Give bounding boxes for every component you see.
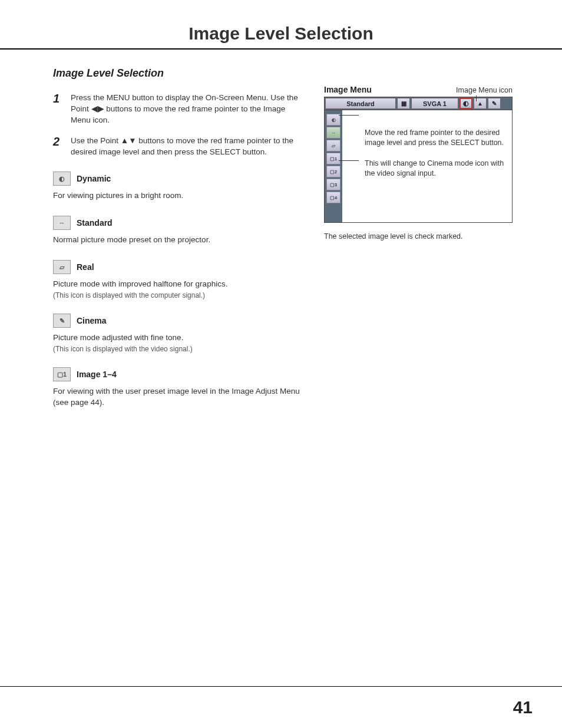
leader-line [339, 115, 359, 116]
standard-icon: ↔ [53, 216, 71, 230]
menu-screenshot: Standard ▦ SVGA 1 ◐ ▲ ✎ ◐ ↔ ▱ ▢1 ▢2 ▢3 ▢… [324, 97, 513, 223]
side-icon-image1: ▢1 [326, 153, 340, 164]
mode-title: Standard [77, 218, 113, 228]
menu-icon: ✎ [488, 98, 501, 109]
mode-standard: ↔ Standard Normal picture mode preset on… [53, 216, 300, 246]
mode-desc: For viewing pictures in a bright room. [53, 190, 300, 202]
menu-icon: ▦ [397, 98, 410, 109]
step-number: 2 [53, 136, 64, 158]
mode-title: Dynamic [77, 174, 111, 183]
step-text: Use the Point ▲▼ buttons to move the red… [71, 136, 300, 158]
mode-desc: Picture mode adjusted with fine tone. [53, 332, 300, 344]
image-menu-icon-label: Image Menu icon [456, 86, 513, 94]
mode-title: Cinema [77, 316, 107, 325]
mode-note: (This icon is displayed with the video s… [53, 345, 300, 353]
menu-image-icon: ◐ [459, 98, 472, 109]
side-icon-real: ▱ [326, 140, 340, 151]
mode-desc: Picture mode with improved halftone for … [53, 279, 300, 290]
step-2: 2 Use the Point ▲▼ buttons to move the r… [53, 136, 300, 158]
menu-mode-label: Standard [325, 98, 396, 109]
real-icon: ▱ [53, 260, 71, 274]
side-icon-image4: ▢4 [326, 192, 340, 203]
side-icon-standard: ↔ [326, 127, 340, 139]
menu-top-bar: Standard ▦ SVGA 1 ◐ ▲ ✎ [325, 97, 512, 110]
image1-icon: ▢1 [53, 367, 71, 381]
side-icon-image2: ▢2 [326, 166, 340, 177]
side-icon-dynamic: ◐ [326, 114, 340, 126]
mode-title: Real [77, 262, 94, 272]
footer-annotation: The selected image level is check marked… [324, 232, 513, 241]
side-icon-image3: ▢3 [326, 179, 340, 190]
page-title: Image Level Selection [0, 0, 562, 48]
leader-line [339, 160, 359, 161]
page-number: 41 [513, 697, 533, 717]
mode-cinema: ✎ Cinema Picture mode adjusted with fine… [53, 314, 300, 353]
step-1: 1 Press the MENU button to display the O… [53, 93, 300, 126]
cinema-icon: ✎ [53, 314, 71, 328]
image-menu-heading: Image Menu [324, 85, 372, 94]
annotation-1: Move the red frame pointer to the desire… [365, 128, 506, 148]
mode-title: Image 1–4 [77, 370, 117, 379]
mode-desc: Normal picture mode preset on the projec… [53, 235, 300, 246]
menu-sidebar: ◐ ↔ ▱ ▢1 ▢2 ▢3 ▢4 [325, 110, 342, 222]
mode-desc: For viewing with the user preset image l… [53, 386, 300, 409]
step-text: Press the MENU button to display the On-… [71, 93, 300, 126]
menu-signal-label: SVGA 1 [411, 98, 458, 109]
mode-real: ▱ Real Picture mode with improved halfto… [53, 260, 300, 299]
step-number: 1 [53, 93, 64, 126]
mode-dynamic: ◐ Dynamic For viewing pictures in a brig… [53, 172, 300, 202]
dynamic-icon: ◐ [53, 172, 71, 186]
annotation-2: This will change to Cinema mode icon wit… [365, 159, 506, 179]
mode-image-1-4: ▢1 Image 1–4 For viewing with the user p… [53, 367, 300, 409]
leader-line [476, 95, 477, 101]
section-title: Image Level Selection [53, 67, 300, 80]
bottom-rule [0, 686, 562, 687]
mode-note: (This icon is displayed with the compute… [53, 291, 300, 299]
